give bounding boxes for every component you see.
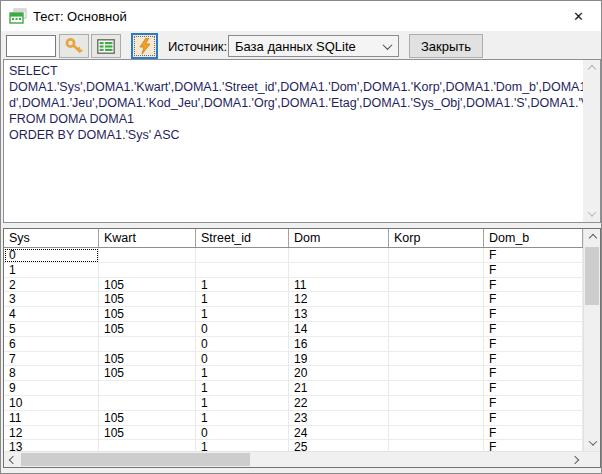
grid-cell[interactable] bbox=[389, 440, 484, 451]
grid-cell[interactable]: 24 bbox=[289, 426, 389, 441]
table-row[interactable]: 6016F bbox=[4, 337, 583, 352]
hscroll-thumb[interactable] bbox=[21, 453, 250, 466]
scroll-down-icon[interactable] bbox=[584, 434, 600, 451]
grid-cell[interactable]: F bbox=[484, 352, 583, 367]
grid-cell[interactable] bbox=[389, 396, 484, 411]
grid-cell[interactable]: F bbox=[484, 263, 583, 278]
table-row[interactable]: 5105014F bbox=[4, 322, 583, 337]
key-button[interactable] bbox=[59, 34, 89, 58]
grid-cell[interactable]: 23 bbox=[289, 411, 389, 426]
grid-cell[interactable]: 12 bbox=[289, 292, 389, 307]
grid-cell[interactable]: 16 bbox=[289, 337, 389, 352]
column-header-dom[interactable]: Dom bbox=[289, 229, 389, 247]
table-row[interactable]: 1F bbox=[4, 263, 583, 278]
grid-cell[interactable]: 4 bbox=[4, 307, 99, 322]
grid-cell[interactable]: 105 bbox=[99, 366, 196, 381]
grid-cell[interactable] bbox=[389, 411, 484, 426]
grid-cell[interactable]: F bbox=[484, 440, 583, 451]
grid-cell[interactable] bbox=[389, 307, 484, 322]
execute-button[interactable] bbox=[131, 33, 158, 59]
sql-editor[interactable]: SELECT DOMA1.'Sys',DOMA1.'Kwart',DOMA1.'… bbox=[3, 59, 601, 223]
grid-cell[interactable] bbox=[389, 381, 484, 396]
grid-cell[interactable] bbox=[99, 248, 196, 263]
grid-cell[interactable] bbox=[389, 292, 484, 307]
grid-cell[interactable]: 3 bbox=[4, 292, 99, 307]
close-query-button[interactable]: Закрыть bbox=[409, 34, 483, 58]
grid-cell[interactable]: 105 bbox=[99, 292, 196, 307]
grid-hscrollbar[interactable] bbox=[4, 451, 600, 467]
grid-cell[interactable]: 0 bbox=[196, 352, 289, 367]
grid-cell[interactable]: 13 bbox=[289, 307, 389, 322]
grid-cell[interactable] bbox=[99, 337, 196, 352]
close-window-button[interactable]: ✕ bbox=[556, 1, 601, 31]
grid-cell[interactable]: 11 bbox=[4, 411, 99, 426]
grid-cell[interactable]: 10 bbox=[4, 396, 99, 411]
grid-cell[interactable]: 25 bbox=[289, 440, 389, 451]
scroll-down-icon[interactable] bbox=[583, 205, 600, 222]
grid-cell[interactable]: 1 bbox=[196, 307, 289, 322]
grid-cell[interactable] bbox=[389, 322, 484, 337]
column-header-sys[interactable]: Sys bbox=[4, 229, 99, 247]
grid-cell[interactable]: F bbox=[484, 411, 583, 426]
grid-cell[interactable]: F bbox=[484, 278, 583, 293]
column-header-kwart[interactable]: Kwart bbox=[99, 229, 196, 247]
grid-cell[interactable]: F bbox=[484, 307, 583, 322]
table-row[interactable]: 10122F bbox=[4, 396, 583, 411]
grid-cell[interactable]: 2 bbox=[4, 278, 99, 293]
grid-cell[interactable]: 0 bbox=[196, 322, 289, 337]
grid-cell[interactable]: F bbox=[484, 337, 583, 352]
grid-cell[interactable]: F bbox=[484, 366, 583, 381]
grid-cell[interactable]: 9 bbox=[4, 381, 99, 396]
scroll-up-icon[interactable] bbox=[584, 229, 600, 246]
grid-cell[interactable] bbox=[99, 440, 196, 451]
grid-cell[interactable]: 8 bbox=[4, 366, 99, 381]
grid-cell[interactable]: 19 bbox=[289, 352, 389, 367]
grid-cell[interactable] bbox=[389, 337, 484, 352]
grid-cell[interactable]: 12 bbox=[4, 426, 99, 441]
table-row[interactable]: 13125F bbox=[4, 440, 583, 451]
grid-cell[interactable]: 11 bbox=[289, 278, 389, 293]
grid-cell[interactable]: F bbox=[484, 426, 583, 441]
table-row[interactable]: 0F bbox=[4, 248, 583, 263]
grid-cell[interactable]: 105 bbox=[99, 278, 196, 293]
grid-cell[interactable] bbox=[289, 263, 389, 278]
grid-view-button[interactable] bbox=[91, 34, 121, 58]
grid-cell[interactable]: F bbox=[484, 396, 583, 411]
grid-cell[interactable]: 13 bbox=[4, 440, 99, 451]
column-header-korp[interactable]: Korp bbox=[389, 229, 484, 247]
vscroll-thumb[interactable] bbox=[585, 247, 599, 305]
grid-cell[interactable]: 1 bbox=[196, 381, 289, 396]
grid-cell[interactable]: 1 bbox=[196, 396, 289, 411]
grid-cell[interactable]: 20 bbox=[289, 366, 389, 381]
grid-cell[interactable]: F bbox=[484, 381, 583, 396]
grid-cell[interactable] bbox=[196, 248, 289, 263]
grid-cell[interactable]: 105 bbox=[99, 426, 196, 441]
table-row[interactable]: 12105024F bbox=[4, 426, 583, 441]
grid-cell[interactable]: F bbox=[484, 322, 583, 337]
grid-cell[interactable]: 105 bbox=[99, 322, 196, 337]
grid-cell[interactable]: 6 bbox=[4, 337, 99, 352]
table-row[interactable]: 3105112F bbox=[4, 292, 583, 307]
table-row[interactable]: 7105019F bbox=[4, 352, 583, 367]
table-row[interactable]: 9121F bbox=[4, 381, 583, 396]
grid-cell[interactable]: 1 bbox=[4, 263, 99, 278]
grid-cell[interactable]: 22 bbox=[289, 396, 389, 411]
scroll-left-icon[interactable] bbox=[4, 452, 21, 468]
grid-cell[interactable] bbox=[99, 381, 196, 396]
column-header-dom-b[interactable]: Dom_b bbox=[484, 229, 583, 247]
grid-cell[interactable] bbox=[99, 263, 196, 278]
grid-cell[interactable]: 0 bbox=[196, 426, 289, 441]
grid-cell[interactable]: 5 bbox=[4, 322, 99, 337]
column-header-street-id[interactable]: Street_id bbox=[196, 229, 289, 247]
grid-cell[interactable] bbox=[196, 263, 289, 278]
table-row[interactable]: 11105123F bbox=[4, 411, 583, 426]
grid-cell[interactable]: 1 bbox=[196, 440, 289, 451]
scroll-up-icon[interactable] bbox=[583, 60, 600, 77]
sql-query-text[interactable]: SELECT DOMA1.'Sys',DOMA1.'Kwart',DOMA1.'… bbox=[4, 60, 583, 222]
grid-cell[interactable] bbox=[99, 396, 196, 411]
table-row[interactable]: 4105113F bbox=[4, 307, 583, 322]
grid-cell[interactable] bbox=[289, 248, 389, 263]
grid-cell[interactable]: F bbox=[484, 248, 583, 263]
grid-cell[interactable] bbox=[389, 263, 484, 278]
grid-cell[interactable] bbox=[389, 278, 484, 293]
